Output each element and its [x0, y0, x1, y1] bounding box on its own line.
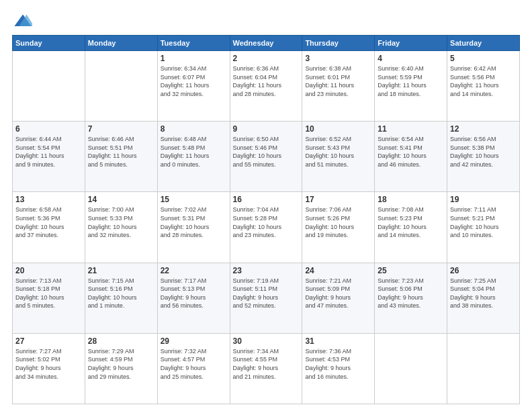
- day-info: Sunrise: 7:32 AMSunset: 4:57 PMDaylight:…: [161, 347, 227, 381]
- day-number: 10: [305, 124, 371, 134]
- day-info: Sunrise: 7:36 AMSunset: 4:53 PMDaylight:…: [305, 347, 371, 381]
- day-info: Sunrise: 7:15 AMSunset: 5:16 PMDaylight:…: [88, 277, 154, 310]
- calendar-day-cell: 26Sunrise: 7:25 AMSunset: 5:04 PMDayligh…: [447, 263, 520, 333]
- day-number: 30: [233, 336, 300, 346]
- calendar-week-row: 27Sunrise: 7:27 AMSunset: 5:02 PMDayligh…: [13, 333, 520, 404]
- day-number: 29: [161, 336, 227, 346]
- calendar-week-row: 13Sunrise: 6:58 AMSunset: 5:36 PMDayligh…: [13, 192, 520, 263]
- calendar-header-cell: Saturday: [447, 36, 520, 51]
- calendar-day-cell: [13, 51, 85, 122]
- calendar-day-cell: 28Sunrise: 7:29 AMSunset: 4:59 PMDayligh…: [85, 333, 157, 404]
- day-info: Sunrise: 6:40 AMSunset: 5:59 PMDaylight:…: [378, 64, 444, 98]
- calendar-day-cell: [447, 333, 520, 404]
- day-info: Sunrise: 7:17 AMSunset: 5:13 PMDaylight:…: [161, 277, 227, 310]
- day-number: 7: [88, 124, 154, 134]
- day-info: Sunrise: 7:21 AMSunset: 5:09 PMDaylight:…: [305, 277, 371, 310]
- day-info: Sunrise: 7:34 AMSunset: 4:55 PMDaylight:…: [233, 347, 300, 381]
- day-info: Sunrise: 7:02 AMSunset: 5:31 PMDaylight:…: [161, 205, 227, 239]
- day-number: 2: [233, 54, 300, 63]
- day-info: Sunrise: 7:04 AMSunset: 5:28 PMDaylight:…: [233, 205, 300, 239]
- day-number: 17: [305, 195, 371, 204]
- calendar-day-cell: 29Sunrise: 7:32 AMSunset: 4:57 PMDayligh…: [157, 333, 230, 404]
- calendar-day-cell: 19Sunrise: 7:11 AMSunset: 5:21 PMDayligh…: [447, 192, 520, 263]
- day-number: 26: [450, 266, 517, 275]
- day-info: Sunrise: 7:23 AMSunset: 5:06 PMDaylight:…: [378, 277, 444, 310]
- calendar-day-cell: 3Sunrise: 6:38 AMSunset: 6:01 PMDaylight…: [302, 51, 375, 122]
- day-info: Sunrise: 7:25 AMSunset: 5:04 PMDaylight:…: [450, 277, 517, 310]
- calendar-day-cell: 9Sunrise: 6:50 AMSunset: 5:46 PMDaylight…: [230, 122, 302, 192]
- day-number: 14: [88, 195, 154, 204]
- header: [12, 12, 520, 28]
- day-number: 19: [450, 195, 517, 204]
- day-info: Sunrise: 7:00 AMSunset: 5:33 PMDaylight:…: [88, 205, 154, 239]
- calendar-day-cell: 30Sunrise: 7:34 AMSunset: 4:55 PMDayligh…: [230, 333, 302, 404]
- calendar-table: SundayMondayTuesdayWednesdayThursdayFrid…: [12, 35, 520, 404]
- calendar-day-cell: 31Sunrise: 7:36 AMSunset: 4:53 PMDayligh…: [302, 333, 375, 404]
- calendar-day-cell: 24Sunrise: 7:21 AMSunset: 5:09 PMDayligh…: [302, 263, 375, 333]
- day-number: 4: [378, 54, 444, 63]
- calendar-day-cell: 16Sunrise: 7:04 AMSunset: 5:28 PMDayligh…: [230, 192, 302, 263]
- day-number: 3: [305, 54, 371, 63]
- day-number: 21: [88, 266, 154, 275]
- day-info: Sunrise: 7:27 AMSunset: 5:02 PMDaylight:…: [15, 347, 82, 381]
- day-number: 9: [233, 124, 300, 134]
- calendar-day-cell: 15Sunrise: 7:02 AMSunset: 5:31 PMDayligh…: [157, 192, 230, 263]
- calendar-day-cell: 22Sunrise: 7:17 AMSunset: 5:13 PMDayligh…: [157, 263, 230, 333]
- day-number: 5: [450, 54, 517, 63]
- day-info: Sunrise: 6:54 AMSunset: 5:41 PMDaylight:…: [378, 135, 444, 169]
- day-info: Sunrise: 6:36 AMSunset: 6:04 PMDaylight:…: [233, 64, 300, 98]
- day-number: 22: [161, 266, 227, 275]
- calendar-header-cell: Tuesday: [157, 36, 230, 51]
- day-number: 11: [378, 124, 444, 134]
- calendar-day-cell: 23Sunrise: 7:19 AMSunset: 5:11 PMDayligh…: [230, 263, 302, 333]
- calendar-day-cell: 27Sunrise: 7:27 AMSunset: 5:02 PMDayligh…: [13, 333, 85, 404]
- day-number: 31: [305, 336, 371, 346]
- calendar-day-cell: 14Sunrise: 7:00 AMSunset: 5:33 PMDayligh…: [85, 192, 157, 263]
- calendar-day-cell: 1Sunrise: 6:34 AMSunset: 6:07 PMDaylight…: [157, 51, 230, 122]
- calendar-day-cell: 25Sunrise: 7:23 AMSunset: 5:06 PMDayligh…: [375, 263, 447, 333]
- day-number: 24: [305, 266, 371, 275]
- day-number: 28: [88, 336, 154, 346]
- calendar-day-cell: 7Sunrise: 6:46 AMSunset: 5:51 PMDaylight…: [85, 122, 157, 192]
- calendar-day-cell: 5Sunrise: 6:42 AMSunset: 5:56 PMDaylight…: [447, 51, 520, 122]
- calendar-day-cell: 11Sunrise: 6:54 AMSunset: 5:41 PMDayligh…: [375, 122, 447, 192]
- day-number: 15: [161, 195, 227, 204]
- day-info: Sunrise: 7:13 AMSunset: 5:18 PMDaylight:…: [15, 277, 82, 310]
- day-info: Sunrise: 7:06 AMSunset: 5:26 PMDaylight:…: [305, 205, 371, 239]
- day-info: Sunrise: 6:44 AMSunset: 5:54 PMDaylight:…: [15, 135, 82, 169]
- day-info: Sunrise: 6:48 AMSunset: 5:48 PMDaylight:…: [161, 135, 227, 169]
- calendar-header-row: SundayMondayTuesdayWednesdayThursdayFrid…: [13, 36, 520, 51]
- calendar-header-cell: Thursday: [302, 36, 375, 51]
- day-info: Sunrise: 7:08 AMSunset: 5:23 PMDaylight:…: [378, 205, 444, 239]
- calendar-day-cell: 2Sunrise: 6:36 AMSunset: 6:04 PMDaylight…: [230, 51, 302, 122]
- calendar-day-cell: 12Sunrise: 6:56 AMSunset: 5:38 PMDayligh…: [447, 122, 520, 192]
- day-number: 1: [161, 54, 227, 63]
- calendar-week-row: 6Sunrise: 6:44 AMSunset: 5:54 PMDaylight…: [13, 122, 520, 192]
- day-info: Sunrise: 6:56 AMSunset: 5:38 PMDaylight:…: [450, 135, 517, 169]
- calendar-day-cell: 21Sunrise: 7:15 AMSunset: 5:16 PMDayligh…: [85, 263, 157, 333]
- calendar-day-cell: [375, 333, 447, 404]
- calendar-header-cell: Sunday: [13, 36, 85, 51]
- calendar-day-cell: 6Sunrise: 6:44 AMSunset: 5:54 PMDaylight…: [13, 122, 85, 192]
- calendar-day-cell: 18Sunrise: 7:08 AMSunset: 5:23 PMDayligh…: [375, 192, 447, 263]
- calendar-header-cell: Friday: [375, 36, 447, 51]
- day-info: Sunrise: 6:34 AMSunset: 6:07 PMDaylight:…: [161, 64, 227, 98]
- calendar-day-cell: 17Sunrise: 7:06 AMSunset: 5:26 PMDayligh…: [302, 192, 375, 263]
- day-number: 13: [15, 195, 82, 204]
- day-number: 27: [15, 336, 82, 346]
- day-info: Sunrise: 6:52 AMSunset: 5:43 PMDaylight:…: [305, 135, 371, 169]
- logo: [12, 12, 32, 28]
- day-number: 20: [15, 266, 82, 275]
- day-info: Sunrise: 7:29 AMSunset: 4:59 PMDaylight:…: [88, 347, 154, 381]
- day-number: 16: [233, 195, 300, 204]
- day-info: Sunrise: 6:42 AMSunset: 5:56 PMDaylight:…: [450, 64, 517, 98]
- day-number: 8: [161, 124, 227, 134]
- calendar-week-row: 1Sunrise: 6:34 AMSunset: 6:07 PMDaylight…: [13, 51, 520, 122]
- day-number: 25: [378, 266, 444, 275]
- calendar-day-cell: [85, 51, 157, 122]
- day-number: 6: [15, 124, 82, 134]
- day-info: Sunrise: 6:50 AMSunset: 5:46 PMDaylight:…: [233, 135, 300, 169]
- calendar-day-cell: 4Sunrise: 6:40 AMSunset: 5:59 PMDaylight…: [375, 51, 447, 122]
- day-info: Sunrise: 6:58 AMSunset: 5:36 PMDaylight:…: [15, 205, 82, 239]
- calendar-week-row: 20Sunrise: 7:13 AMSunset: 5:18 PMDayligh…: [13, 263, 520, 333]
